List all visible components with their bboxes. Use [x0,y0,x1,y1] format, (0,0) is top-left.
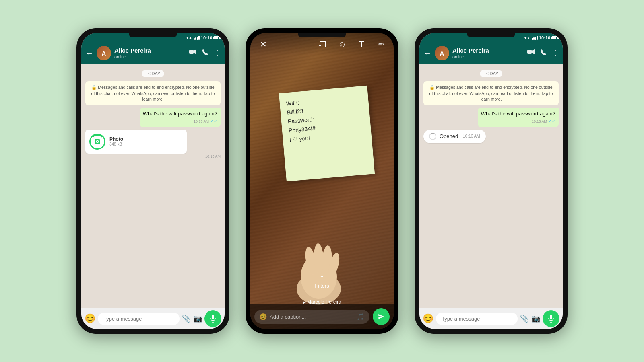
message-input-3[interactable] [436,313,518,325]
header-icons-1: ⋮ [189,49,221,57]
caption-bar: 😊 Add a caption... 🎵 [250,304,394,329]
status-icons-3: ▾▲ 10:16 [524,35,558,40]
sticky-note: WiFi: Billil23 Password: Pony334!# I ♡ y… [279,86,375,181]
photo-size-1: 348 kB [109,142,123,146]
encryption-notice-3: 🔒 Messages and calls are end-to-end encr… [423,81,559,105]
filters-arrow-icon: ⌃ [315,274,329,282]
input-bar-3: 😊 📎 📷 [419,308,563,329]
phone-notch-3 [467,33,515,37]
contact-status-3: online [452,54,524,59]
avatar-3: A [435,46,449,60]
svg-marker-17 [532,49,535,54]
header-icons-3: ⋮ [527,49,559,57]
pencil-icon[interactable]: ✏ [374,38,387,51]
status-time-3: 10:16 [539,35,550,40]
check-marks-1: ✓✓ [210,118,217,124]
viewer-right-icons: ☺ T ✏ [316,38,387,51]
sent-message-1: What's the wifi password again? 10:16 AM… [140,108,221,127]
wifi-icon-1: ▾▲ [186,36,192,40]
svg-rect-16 [527,50,532,54]
encryption-notice-1: 🔒 Messages and calls are end-to-end encr… [85,81,221,105]
sent-message-time-3: 10:16 AM ✓✓ [481,118,555,124]
back-button-1[interactable]: ← [85,49,93,58]
opened-spinner [429,133,436,140]
photo-name-1: Photo [109,136,123,142]
emoji-button-1[interactable]: 😊 [85,313,95,324]
contact-info-1: Alice Pereira online [114,47,186,59]
photo-info-1: Photo 348 kB [109,136,123,146]
battery-icon-1 [213,36,220,39]
contact-status-1: online [114,54,186,59]
crop-icon[interactable] [316,38,329,51]
opened-time-3: 10:16 AM [463,134,480,138]
hand-svg [283,224,355,305]
svg-rect-18 [550,315,552,319]
emoji-button-3[interactable]: 😊 [423,313,433,324]
video-call-icon-1[interactable] [189,49,196,57]
chat-area-3: TODAY 🔒 Messages and calls are end-to-en… [419,64,563,308]
close-viewer-button[interactable]: ✕ [257,38,270,51]
phone-1: ▾▲ 10:16 ← A Alice Pereira [76,28,229,334]
more-icon-1[interactable]: ⋮ [214,49,221,57]
caption-placeholder: Add a caption... [270,314,354,320]
filters-label: Filters [315,283,329,289]
phone-call-icon-1[interactable] [202,49,208,57]
date-badge-1: TODAY [142,70,165,77]
signal-icon-3 [532,36,538,40]
video-call-icon-3[interactable] [527,49,535,57]
back-button-3[interactable]: ← [423,49,431,58]
caption-emoji-icon: 😊 [259,313,267,321]
opened-label-3: Opened [440,133,458,139]
contact-name-1: Alice Pereira [114,47,186,54]
phone-3: ▾▲ 10:16 ← A Alice Pereira [415,28,568,334]
camera-button-3[interactable]: 📷 [531,314,540,323]
more-icon-3[interactable]: ⋮ [552,49,559,57]
message-input-1[interactable] [98,313,180,325]
avatar-img-3: A [435,46,449,60]
filters-section[interactable]: ⌃ Filters [315,274,329,289]
text-overlay-icon[interactable]: T [355,38,368,51]
mic-button-1[interactable] [204,310,221,327]
send-caption-button[interactable] [373,308,390,325]
chat-header-3: ← A Alice Pereira online ⋮ [419,42,563,64]
chat-area-1: TODAY 🔒 Messages and calls are end-to-en… [81,64,225,308]
attach-button-1[interactable]: 📎 [182,314,191,323]
avatar-1: A [97,46,111,60]
svg-rect-0 [189,50,194,54]
camera-button-1[interactable]: 📷 [193,314,202,323]
svg-rect-2 [212,315,214,319]
phone-notch-2 [298,33,346,37]
image-viewer: WiFi: Billil23 Password: Pony334!# I ♡ y… [250,33,394,329]
status-time-1: 10:16 [201,35,212,40]
signal-icon-1 [194,36,200,40]
svg-rect-11 [320,41,326,47]
avatar-img-1: A [97,46,111,60]
emoji-overlay-icon[interactable]: ☺ [336,38,349,51]
wifi-icon-3: ▾▲ [524,36,530,40]
svg-marker-1 [194,49,196,54]
contact-name-3: Alice Pereira [452,47,524,54]
mic-button-3[interactable] [543,310,559,327]
sticky-note-text: WiFi: Billil23 Password: Pony334!# I ♡ y… [286,93,365,144]
date-badge-3: TODAY [480,70,503,77]
photo-time-1: 10:16 AM [85,154,221,158]
phone-call-icon-3[interactable] [540,49,547,57]
status-icons-1: ▾▲ 10:16 [186,35,220,40]
caption-input-wrap[interactable]: 😊 Add a caption... 🎵 [254,310,369,324]
attach-button-3[interactable]: 📎 [520,314,529,323]
photo-icon-circle-1 [89,134,105,150]
battery-icon-3 [551,36,558,39]
photo-bubble-1: Photo 348 kB 10:16 AM [85,130,221,158]
sent-message-time-1: 10:16 AM ✓✓ [143,118,217,124]
input-bar-1: 😊 📎 📷 [81,308,225,329]
contact-info-3: Alice Pereira online [452,47,524,59]
phone-2: WiFi: Billil23 Password: Pony334!# I ♡ y… [246,28,398,334]
opened-bubble-3: Opened 10:16 AM [423,130,486,143]
caption-sticker-icon: 🎵 [357,313,365,321]
phone-notch-1 [129,33,177,37]
sent-message-3: What's the wifi password again? 10:16 AM… [478,108,559,127]
check-marks-3: ✓✓ [548,118,555,124]
chat-header-1: ← A Alice Pereira online ⋮ [81,42,225,64]
